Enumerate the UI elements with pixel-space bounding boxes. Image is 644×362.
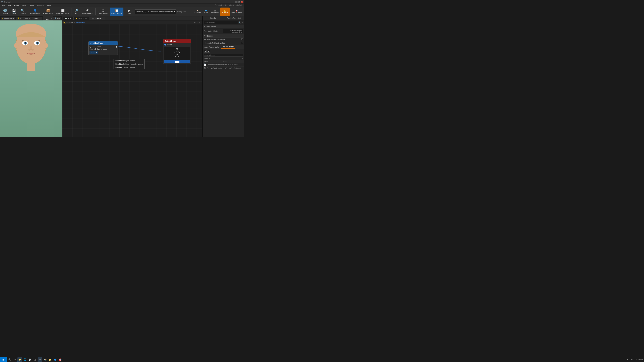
mesh-button[interactable]: 🔷 Mesh <box>203 7 210 16</box>
viewport-toolbar: 📐 Perspective ▾ 💡 Lit Show ▾ Character ▾… <box>0 16 62 20</box>
toolbar-sep-4 <box>124 8 124 15</box>
title-bar-controls: ─ □ ✕ <box>235 1 243 3</box>
save-button[interactable]: 💾 Save <box>10 7 18 16</box>
asset-path-0: /DazToUnreal <box>228 64 243 66</box>
breadcrumb-root[interactable]: FaceAR <box>66 21 73 23</box>
menu-debug[interactable]: Debug <box>28 4 36 7</box>
asset-browser-tabs: Anim Preview Editor Asset Browser <box>202 45 244 49</box>
root-motion-section[interactable]: ▼ Root Motion <box>202 25 244 28</box>
lit-label: Lit <box>20 17 21 19</box>
mesh-label: Mesh <box>204 12 208 14</box>
tab-group: 🏠 ◀ ▶ ⚡ Event Graph 🎬 AnimGraph <box>63 17 105 20</box>
menu-asset[interactable]: Asset <box>13 4 20 7</box>
asset-browser-panel: Anim Preview Editor Asset Browser ◀ ▶ Fi… <box>202 45 244 137</box>
back-icon[interactable]: ◀ <box>68 17 69 19</box>
class-settings-button[interactable]: ⚙ Class Settings <box>96 7 110 16</box>
character-button[interactable]: Character ▾ <box>32 17 42 20</box>
tab-anim-graph[interactable]: 🎬 AnimGraph <box>90 17 105 20</box>
menu-view[interactable]: View <box>20 4 27 7</box>
notifies-collapse-icon: ▼ <box>204 35 206 37</box>
class-defaults-button[interactable]: 📋 Class Defaults <box>110 7 124 16</box>
menu-window[interactable]: Window <box>36 4 45 7</box>
asset-row-0[interactable]: 📄 Genesis8ToHumanoidPose /DazToUnreal <box>202 63 244 66</box>
details-search: 🔍 ⚙ <box>202 20 244 25</box>
make-static-mesh-button[interactable]: 🔲 Make Static Mesh <box>55 7 70 16</box>
zoom-button[interactable]: 🔍 x1.0 <box>54 17 62 20</box>
tab-event-graph[interactable]: ⚡ Event Graph <box>74 17 89 20</box>
details-gear-icon: ⚙ <box>242 21 243 24</box>
pin-result-label: Result <box>167 44 172 45</box>
col-path-header: Path <box>224 60 243 62</box>
blueprint-button[interactable]: 📐 Blueprint <box>220 7 230 16</box>
save-label: Save <box>12 12 16 14</box>
debug-filter-label: Debug Filter <box>177 11 186 12</box>
preview-scene-tab[interactable]: Preview Scene Set <box>224 16 244 20</box>
lit-icon: 💡 <box>17 17 19 19</box>
forward-icon[interactable]: ▶ <box>70 17 71 19</box>
app-icon: 🎮 <box>1 1 3 3</box>
node-header-livelink: Live Link Pose <box>88 41 118 45</box>
dropdown-item-1[interactable]: Live Link Subject Name <box>114 59 144 62</box>
receive-notifies-checkbox[interactable]: ✓ <box>241 38 243 40</box>
dropdown-item-3[interactable]: Live Link Subject Name <box>114 66 144 69</box>
root-motion-mode-value[interactable]: Root Motion from Montages Only <box>223 29 243 33</box>
browse-button[interactable]: 🔍 Browse <box>18 7 27 16</box>
subject-name-select[interactable]: iPad <box>90 51 98 54</box>
svg-line-19 <box>176 54 177 57</box>
create-asset-button[interactable]: 📦 Create Asset <box>42 7 54 16</box>
subject-name-dropdown: Live Link Subject Name Live Link Subject… <box>114 59 144 69</box>
live-link-pose-node: Live Link Pose Input Pose Live Link Subj… <box>88 41 118 55</box>
propagate-notifies-row: Propagate Notifies to Linked ✓ <box>202 41 244 45</box>
compile-button[interactable]: ⚙️ Compile <box>1 7 10 16</box>
debug-dropdown[interactable]: FaceAR_C_0 in AnimationEditorPreviewActo… <box>135 9 176 14</box>
root-motion-collapse-icon: ▼ <box>204 25 206 27</box>
character-chevron-icon: ▾ <box>40 17 41 19</box>
dropdown-item-2[interactable]: Live Link Subject Name Structure <box>114 62 144 66</box>
menu-help[interactable]: Help <box>46 4 52 7</box>
show-button[interactable]: Show ▾ <box>23 17 31 20</box>
graph-area[interactable]: ANIMATION Live Link Pose Input Pose L <box>62 24 202 137</box>
details-tab[interactable]: Details <box>202 16 224 20</box>
play-label: Play <box>128 12 131 14</box>
pin-subject-label: Live Link Subject Name <box>90 48 107 50</box>
anim-preview-tab[interactable]: Anim Preview Editor <box>202 45 221 49</box>
minimize-button[interactable]: ─ <box>235 1 238 3</box>
create-asset-icon: 📦 <box>46 9 50 12</box>
find-button[interactable]: 🔎 Find <box>72 7 80 16</box>
notifies-section[interactable]: ▼ Notifies <box>202 34 244 38</box>
skeleton-icon: 🦴 <box>197 10 199 11</box>
menu-edit[interactable]: Edit <box>7 4 12 7</box>
lit-button[interactable]: 💡 Lit <box>16 17 22 20</box>
propagate-notifies-label: Propagate Notifies to Linked <box>204 42 240 44</box>
details-search-input[interactable] <box>204 21 238 24</box>
anim-graph-tab-label: AnimGraph <box>94 17 103 19</box>
close-button[interactable]: ✕ <box>241 1 243 3</box>
skeleton-button[interactable]: 🦴 Skeleton <box>193 7 202 16</box>
filters-dropdown-icon: ▾ <box>209 58 210 59</box>
character-label: Character <box>33 17 40 19</box>
pin-input-label: Input Pose <box>92 46 100 48</box>
class-settings-label: Class Settings <box>98 12 108 14</box>
center-panel: 🏠 ◀ ▶ ⚡ Event Graph 🎬 AnimGraph 📐 FaceAR… <box>62 16 202 137</box>
play-button[interactable]: ▶ Play <box>125 7 133 16</box>
maximize-button[interactable]: □ <box>238 1 240 3</box>
asset-browser-tab[interactable]: Asset Browser <box>221 45 235 49</box>
lod-button[interactable]: LOD Auto ▾ <box>43 16 53 21</box>
pin-result-dot <box>164 44 166 45</box>
viewport-3d[interactable]: Previewing FaceAR_C Some manipulation is… <box>0 20 62 137</box>
animation-button[interactable]: 🎬 Animation <box>210 7 220 16</box>
propagate-notifies-checkbox[interactable]: ✓ <box>241 42 243 44</box>
hide-unrelated-label: Hide Unrelated <box>82 12 94 14</box>
preview-mesh-button[interactable]: 👤 Preview Mesh <box>28 7 42 16</box>
asset-row-1[interactable]: 🎬 Genesis8Male_Anim /Game/DazToUnreal/ <box>202 66 244 70</box>
browse-icon: 🔍 <box>21 9 25 12</box>
anim-blueprint-button[interactable]: 🎯 Anim Blueprint <box>230 7 244 16</box>
hide-unrelated-button[interactable]: 👁 Hide Unrelated <box>81 7 95 16</box>
asset-forward-button[interactable]: ▶ <box>207 50 210 53</box>
perspective-button[interactable]: 📐 Perspective ▾ <box>1 17 15 20</box>
filters-label: Filters <box>204 58 208 59</box>
asset-search-input[interactable] <box>204 54 243 57</box>
asset-back-button[interactable]: ◀ <box>204 50 206 53</box>
breadcrumb-current[interactable]: AnimGraph <box>76 21 85 23</box>
menu-file[interactable]: File <box>1 4 6 7</box>
